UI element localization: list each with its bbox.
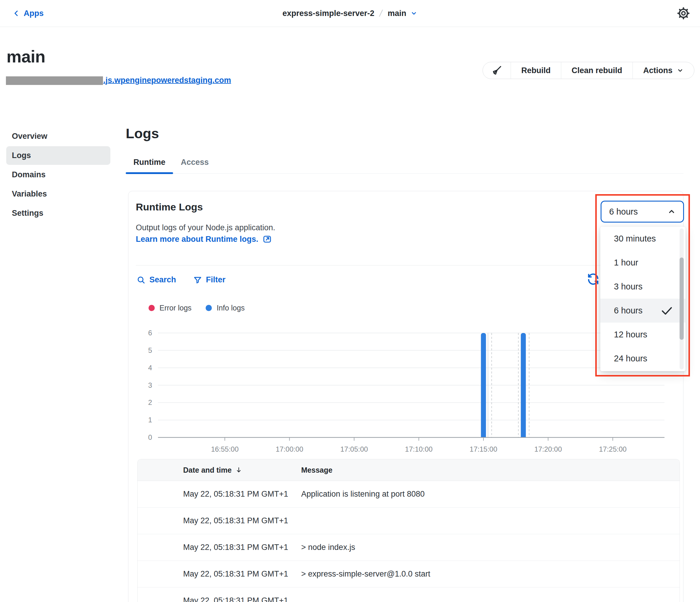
chevron-left-icon xyxy=(12,9,20,17)
filter-button[interactable]: Filter xyxy=(193,275,225,284)
breadcrumb: express-simple-server-2 / main xyxy=(0,0,700,27)
svg-text:17:10:00: 17:10:00 xyxy=(405,445,432,453)
logs-heading: Logs xyxy=(126,125,159,142)
breadcrumb-app-name: express-simple-server-2 xyxy=(282,9,375,18)
environment-url-link[interactable]: .js.wpenginepoweredstaging.com xyxy=(6,76,231,85)
time-range-option-label: 1 hour xyxy=(614,258,638,268)
svg-text:16:55:00: 16:55:00 xyxy=(211,445,239,453)
rebuild-label: Rebuild xyxy=(521,66,551,75)
search-button[interactable]: Search xyxy=(137,275,176,284)
tab-access[interactable]: Access xyxy=(173,158,217,173)
svg-text:4: 4 xyxy=(148,364,152,372)
learn-more-label: Learn more about Runtime logs. xyxy=(136,235,258,244)
svg-text:17:20:00: 17:20:00 xyxy=(534,445,562,453)
svg-text:17:05:00: 17:05:00 xyxy=(340,445,368,453)
tab-runtime[interactable]: Runtime xyxy=(126,158,173,173)
sidebar-item-label: Overview xyxy=(12,132,47,141)
back-to-apps-link[interactable]: Apps xyxy=(12,0,44,27)
search-label: Search xyxy=(149,275,176,284)
actions-menu-button[interactable]: Actions xyxy=(632,62,694,79)
svg-text:17:00:00: 17:00:00 xyxy=(276,445,303,453)
sort-descending-icon xyxy=(235,466,242,474)
broom-icon xyxy=(491,65,503,76)
log-date: May 22, 05:18:31 PM GMT+1 xyxy=(138,489,301,499)
refresh-button[interactable] xyxy=(586,272,600,286)
time-range-option-label: 12 hours xyxy=(614,330,647,339)
sidebar-item-settings[interactable]: Settings xyxy=(6,204,110,222)
chevron-up-icon xyxy=(667,207,676,216)
log-date: May 22, 05:18:31 PM GMT+1 xyxy=(138,596,301,602)
time-range-option[interactable]: 30 minutes xyxy=(600,227,685,251)
clean-rebuild-label: Clean rebuild xyxy=(572,66,622,75)
table-row: May 22, 05:18:31 PM GMT+1 xyxy=(138,508,680,534)
runtime-logs-description: Output logs of your Node.js application. xyxy=(136,223,275,232)
legend-dot xyxy=(206,305,212,311)
table-row: May 22, 05:18:31 PM GMT+1> express-simpl… xyxy=(138,561,680,587)
rebuild-button[interactable]: Rebuild xyxy=(511,62,561,79)
clean-cache-button[interactable] xyxy=(483,62,511,79)
log-table-body: May 22, 05:18:31 PM GMT+1Application is … xyxy=(138,481,680,602)
legend-label: Info logs xyxy=(217,304,245,312)
legend-label: Error logs xyxy=(159,304,192,312)
table-row: May 22, 05:18:31 PM GMT+1> node index.js xyxy=(138,534,680,561)
svg-text:0: 0 xyxy=(148,433,152,441)
refresh-icon xyxy=(586,272,600,286)
gear-icon xyxy=(676,6,691,20)
time-range-option-label: 30 minutes xyxy=(614,234,656,244)
time-range-selected-value: 6 hours xyxy=(609,207,638,217)
learn-more-link[interactable]: Learn more about Runtime logs. xyxy=(136,234,272,244)
sidebar-item-domains[interactable]: Domains xyxy=(6,165,110,184)
time-range-option-label: 24 hours xyxy=(614,354,647,363)
date-column-label: Date and time xyxy=(183,466,232,475)
breadcrumb-separator: / xyxy=(378,8,383,19)
log-table-header: Date and time Message xyxy=(138,459,680,481)
logs-tabs: RuntimeAccess xyxy=(126,154,683,174)
table-row: May 22, 05:18:31 PM GMT+1 xyxy=(138,587,680,602)
table-row: May 22, 05:18:31 PM GMT+1Application is … xyxy=(138,481,680,508)
actions-label: Actions xyxy=(643,66,673,75)
sidebar-item-variables[interactable]: Variables xyxy=(6,185,110,203)
time-range-option-label: 6 hours xyxy=(614,306,643,315)
time-range-select[interactable]: 6 hours xyxy=(601,201,684,222)
log-message: > express-simple-server@1.0.0 start xyxy=(301,570,680,579)
legend-dot xyxy=(149,305,155,311)
time-range-option[interactable]: 24 hours xyxy=(600,346,685,370)
sidebar-item-label: Logs xyxy=(12,151,31,160)
time-range-options: 30 minutes1 hour3 hours6 hours12 hours24… xyxy=(600,227,685,370)
runtime-logs-title: Runtime Logs xyxy=(136,201,203,213)
chevron-down-icon xyxy=(410,10,418,17)
log-message: Application is listening at port 8080 xyxy=(301,489,680,499)
column-header-date[interactable]: Date and time xyxy=(138,466,301,475)
menu-scrollbar-thumb[interactable] xyxy=(680,258,684,340)
filter-icon xyxy=(193,275,202,284)
top-bar: Apps express-simple-server-2 / main xyxy=(0,0,700,27)
svg-text:2: 2 xyxy=(148,399,152,406)
time-range-option[interactable]: 6 hours xyxy=(600,298,685,322)
settings-gear-button[interactable] xyxy=(676,6,691,20)
log-message: > node index.js xyxy=(301,543,680,552)
breadcrumb-environment-switcher[interactable]: main xyxy=(388,9,418,18)
legend-item: Error logs xyxy=(149,304,192,312)
external-link-icon xyxy=(262,234,272,244)
log-tools: Search Filter xyxy=(137,272,225,288)
sidebar: OverviewLogsDomainsVariablesSettings xyxy=(6,127,110,223)
log-date: May 22, 05:18:31 PM GMT+1 xyxy=(138,570,301,579)
search-icon xyxy=(137,275,146,284)
time-range-option[interactable]: 1 hour xyxy=(600,251,685,275)
check-icon xyxy=(661,306,673,315)
redacted-url-segment xyxy=(6,76,103,85)
svg-text:3: 3 xyxy=(148,381,152,389)
sidebar-item-overview[interactable]: Overview xyxy=(6,127,110,146)
breadcrumb-environment-name: main xyxy=(388,9,406,18)
chart-legend: Error logsInfo logs xyxy=(149,301,245,314)
clean-rebuild-button[interactable]: Clean rebuild xyxy=(561,62,632,79)
time-range-option[interactable]: 3 hours xyxy=(600,275,685,298)
time-range-option[interactable]: 12 hours xyxy=(600,322,685,346)
time-range-menu: 30 minutes1 hour3 hours6 hours12 hours24… xyxy=(600,227,685,371)
filter-label: Filter xyxy=(206,275,225,284)
svg-text:17:25:00: 17:25:00 xyxy=(599,445,626,453)
legend-item: Info logs xyxy=(206,304,245,312)
page-title: main xyxy=(6,47,45,66)
sidebar-item-logs[interactable]: Logs xyxy=(6,146,110,165)
back-label: Apps xyxy=(24,9,44,18)
